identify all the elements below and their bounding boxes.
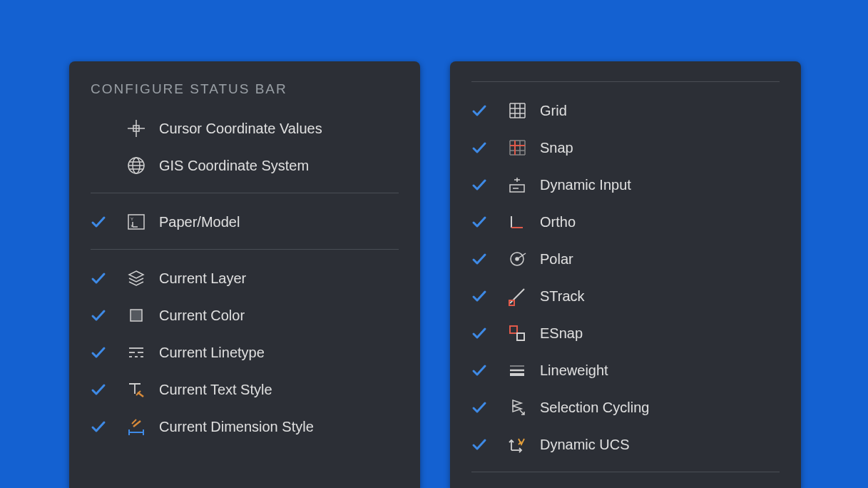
menu-item-label: Current Linetype xyxy=(152,345,399,361)
menu-item-label: Dynamic UCS xyxy=(533,437,780,453)
grid-icon xyxy=(501,101,533,121)
menu-item-ortho[interactable]: Ortho xyxy=(471,203,780,240)
dyn-input-icon xyxy=(501,175,533,195)
select-cycle-icon xyxy=(501,397,533,417)
layers-icon xyxy=(121,268,152,288)
check-icon xyxy=(471,251,501,267)
check-icon xyxy=(471,362,501,378)
menu-item-label: GIS Coordinate System xyxy=(152,158,399,174)
check-icon xyxy=(471,214,501,230)
menu-item-current-dim-style[interactable]: Current Dimension Style xyxy=(91,408,399,445)
check-icon xyxy=(91,214,121,230)
menu-item-label: Current Dimension Style xyxy=(152,419,399,435)
menu-item-label: Paper/Model xyxy=(152,214,399,230)
check-icon xyxy=(471,325,501,341)
check-icon xyxy=(91,345,121,360)
menu-item-label: Selection Cycling xyxy=(533,400,780,416)
menu-item-label: Cursor Coordinate Values xyxy=(152,121,399,137)
menu-item-snap[interactable]: Snap xyxy=(471,129,780,166)
menu-item-polar[interactable]: Polar xyxy=(471,240,780,278)
divider xyxy=(91,193,399,193)
svg-marker-13 xyxy=(129,271,143,278)
check-icon xyxy=(91,419,121,434)
strack-icon xyxy=(501,286,533,306)
linetype-icon xyxy=(121,342,152,362)
panel-title: CONFIGURE STATUS BAR xyxy=(91,81,399,97)
check-icon xyxy=(471,103,501,118)
menu-item-lineweight[interactable]: Lineweight xyxy=(471,352,780,389)
svg-text:Y: Y xyxy=(131,217,133,221)
check-icon xyxy=(471,288,501,304)
menu-item-current-linetype[interactable]: Current Linetype xyxy=(91,334,399,371)
menu-item-label: Current Layer xyxy=(152,270,399,287)
divider xyxy=(471,81,780,82)
menu-item-label: STrack xyxy=(533,288,780,305)
menu-item-label: Snap xyxy=(533,140,780,156)
menu-item-gis-coord[interactable]: GIS Coordinate System xyxy=(91,147,399,184)
check-icon xyxy=(471,437,501,452)
check-icon xyxy=(471,177,501,193)
polar-icon xyxy=(501,249,533,269)
menu-item-paper-model[interactable]: YX Paper/Model xyxy=(91,203,399,240)
menu-item-label: ESnap xyxy=(533,325,780,342)
crosshair-icon xyxy=(121,118,152,138)
menu-item-esnap[interactable]: ESnap xyxy=(471,315,780,352)
check-icon xyxy=(91,307,121,323)
check-icon xyxy=(91,270,121,286)
svg-marker-58 xyxy=(513,400,521,406)
check-icon xyxy=(91,382,121,397)
menu-item-current-color[interactable]: Current Color xyxy=(91,297,399,334)
menu-item-label: Ortho xyxy=(533,214,780,230)
menu-item-label: Current Text Style xyxy=(152,382,399,398)
menu-item-label: Lineweight xyxy=(533,362,780,379)
menu-item-current-layer[interactable]: Current Layer xyxy=(91,260,399,297)
check-icon xyxy=(471,140,501,156)
menu-item-label: Current Color xyxy=(152,307,399,324)
menu-item-cursor-coord[interactable]: Cursor Coordinate Values xyxy=(91,110,399,147)
globe-icon xyxy=(121,156,152,176)
snap-icon xyxy=(501,138,533,158)
menu-item-label: Polar xyxy=(533,251,780,268)
divider xyxy=(91,249,399,250)
menu-item-dynamic-input[interactable]: Dynamic Input xyxy=(471,166,780,203)
paper-model-icon: YX xyxy=(121,212,152,232)
configure-status-bar-panel-left: CONFIGURE STATUS BAR Cursor Coordinate V… xyxy=(69,61,420,488)
menu-item-grid[interactable]: Grid xyxy=(471,92,780,129)
square-icon xyxy=(121,305,152,325)
menu-item-current-text-style[interactable]: Current Text Style xyxy=(91,371,399,408)
menu-item-label: Grid xyxy=(533,103,780,119)
svg-rect-53 xyxy=(510,326,517,333)
text-style-icon xyxy=(121,380,152,400)
svg-point-50 xyxy=(516,258,519,260)
menu-item-dynamic-ucs[interactable]: Dynamic UCS xyxy=(471,426,780,463)
svg-rect-14 xyxy=(131,310,142,321)
divider xyxy=(471,472,780,472)
svg-rect-54 xyxy=(517,333,524,340)
ortho-icon xyxy=(501,212,533,232)
menu-item-strack[interactable]: STrack xyxy=(471,278,780,315)
menu-item-selection-cycling[interactable]: Selection Cycling xyxy=(471,389,780,426)
lineweight-icon xyxy=(501,360,533,380)
esnap-icon xyxy=(501,323,533,343)
dyn-ucs-icon xyxy=(501,434,533,454)
configure-status-bar-panel-right: Grid Snap Dynamic Input Ortho Polar xyxy=(450,61,801,488)
check-icon xyxy=(471,400,501,415)
menu-item-label: Dynamic Input xyxy=(533,177,780,193)
dimension-icon xyxy=(121,417,152,437)
